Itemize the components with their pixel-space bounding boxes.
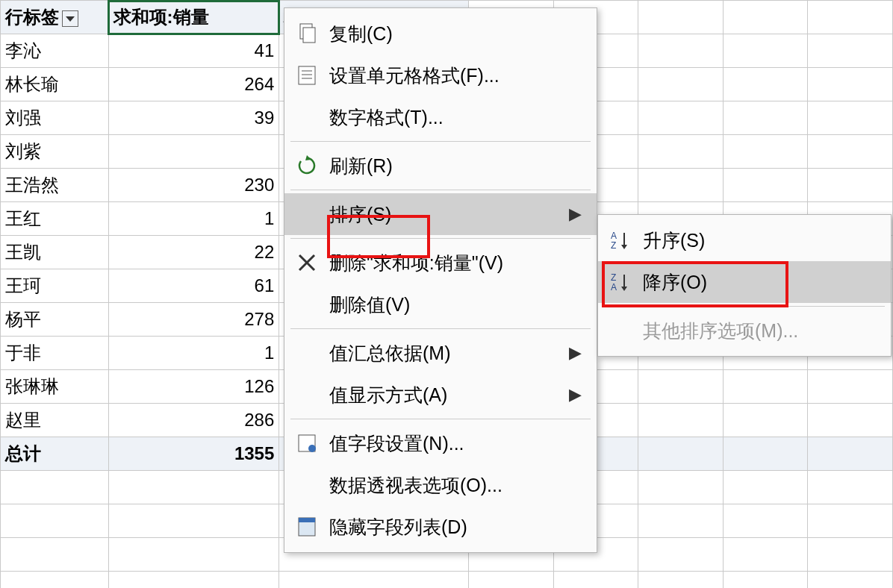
submenu-arrow-icon: ▶ — [569, 385, 582, 404]
delete-icon — [284, 253, 329, 272]
menu-refresh[interactable]: 刷新(R) — [284, 145, 597, 187]
submenu-arrow-icon: ▶ — [569, 204, 582, 224]
field-settings-icon — [284, 434, 329, 453]
submenu-sort-desc[interactable]: ZA 降序(O) — [598, 261, 891, 303]
sort-asc-icon: AZ — [598, 230, 643, 251]
svg-text:A: A — [611, 231, 617, 241]
header-row-label[interactable]: 行标签 — [1, 1, 109, 34]
menu-pivot-options[interactable]: 数据透视表选项(O)... — [284, 464, 597, 506]
menu-sort[interactable]: 排序(S) ▶ — [284, 193, 597, 235]
menu-show-as[interactable]: 值显示方式(A) ▶ — [284, 374, 597, 416]
svg-marker-20 — [621, 287, 627, 291]
format-cells-icon — [284, 65, 329, 86]
svg-marker-16 — [621, 245, 627, 249]
sort-desc-icon: ZA — [598, 272, 643, 293]
submenu-sort-asc[interactable]: AZ 升序(S) — [598, 219, 891, 261]
menu-number-format[interactable]: 数字格式(T)... — [284, 96, 597, 138]
menu-remove-field[interactable]: 删除"求和项:销量"(V) — [284, 242, 597, 284]
svg-rect-12 — [299, 518, 315, 522]
header-sales-qty[interactable]: 求和项:销量 — [108, 1, 279, 34]
copy-icon — [284, 23, 329, 44]
svg-rect-1 — [303, 28, 315, 43]
menu-hide-field-list[interactable]: 隐藏字段列表(D) — [284, 506, 597, 548]
menu-value-field-settings[interactable]: 值字段设置(N)... — [284, 422, 597, 464]
context-menu: 复制(C) 设置单元格格式(F)... 数字格式(T)... 刷新(R) 排序(… — [284, 7, 597, 553]
svg-text:Z: Z — [611, 272, 616, 283]
refresh-icon — [284, 155, 329, 176]
svg-rect-2 — [299, 66, 315, 84]
menu-summarize-by[interactable]: 值汇总依据(M) ▶ — [284, 332, 597, 374]
svg-text:Z: Z — [611, 240, 616, 251]
submenu-sort-more[interactable]: 其他排序选项(M)... — [598, 310, 891, 351]
svg-point-10 — [308, 445, 316, 452]
filter-dropdown-icon[interactable] — [62, 10, 78, 27]
svg-marker-6 — [305, 155, 311, 160]
menu-remove-values[interactable]: 删除值(V) — [284, 284, 597, 325]
sort-submenu: AZ 升序(S) ZA 降序(O) 其他排序选项(M)... — [597, 214, 892, 357]
menu-copy[interactable]: 复制(C) — [284, 13, 597, 54]
menu-format-cells[interactable]: 设置单元格格式(F)... — [284, 54, 597, 96]
field-list-icon — [284, 516, 329, 537]
submenu-arrow-icon: ▶ — [569, 343, 582, 363]
svg-text:A: A — [611, 282, 617, 293]
